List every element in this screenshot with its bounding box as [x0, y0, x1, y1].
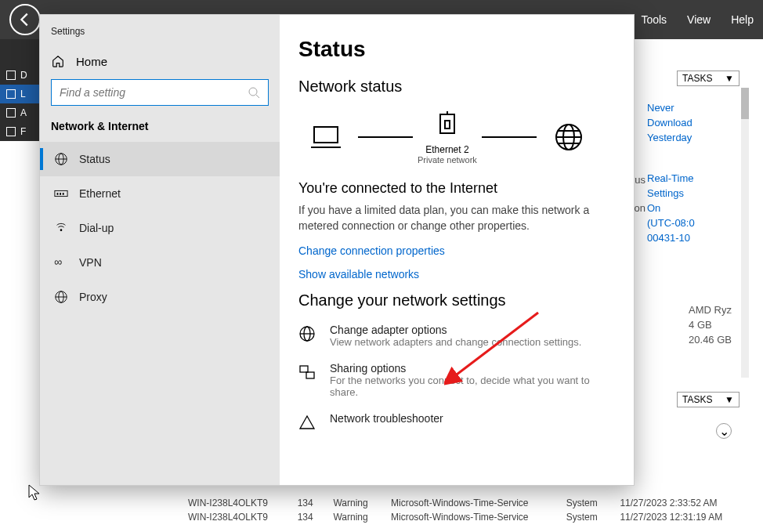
nav-label: Dial-up: [79, 222, 114, 234]
home-button[interactable]: Home: [40, 48, 280, 79]
show-available-networks-link[interactable]: Show available networks: [298, 268, 615, 280]
table-row[interactable]: WIN-I238L4OLKT9134WarningMicrosoft-Windo…: [180, 496, 747, 510]
proxy-icon: [54, 290, 68, 304]
nav-status[interactable]: Status: [40, 142, 280, 176]
setting-title: Network troubleshooter: [330, 412, 443, 425]
nav-label: Proxy: [79, 291, 107, 303]
bg-nav-item[interactable]: A: [0, 103, 41, 122]
svg-rect-8: [57, 193, 59, 195]
table-row[interactable]: WIN-I238L4OLKT9134WarningMicrosoft-Windo…: [180, 510, 747, 524]
sharing-options-item[interactable]: Sharing options For the networks you con…: [298, 362, 615, 398]
bg-hw-info: AMD Ryz 4 GB 20.46 GB: [689, 304, 732, 349]
settings-sidebar: Settings Home Network & Internet Status …: [40, 15, 280, 485]
nav-ethernet[interactable]: Ethernet: [40, 176, 280, 211]
network-diagram: Ethernet 2 Private network: [298, 110, 615, 165]
bg-menu: Tools View Help: [641, 13, 754, 26]
menu-view[interactable]: View: [687, 13, 711, 26]
bg-info-panel-2: Real-Time Settings On (UTC-08:0 00431-10: [647, 172, 749, 247]
tasks-dropdown[interactable]: TASKS▼: [677, 392, 739, 407]
network-troubleshooter-item[interactable]: Network troubleshooter: [298, 412, 615, 434]
svg-rect-10: [63, 193, 64, 195]
connection-status-heading: You're connected to the Internet: [298, 180, 615, 197]
nav-proxy[interactable]: Proxy: [40, 280, 280, 314]
change-network-settings-heading: Change your network settings: [298, 291, 615, 309]
menu-help[interactable]: Help: [731, 13, 754, 26]
svg-rect-28: [300, 366, 308, 372]
network-status-heading: Network status: [298, 78, 615, 96]
settings-window: Settings Home Network & Internet Status …: [39, 14, 635, 486]
nav-dialup[interactable]: Dial-up: [40, 211, 280, 245]
setting-subtitle: For the networks you connect to, decide …: [330, 375, 615, 398]
setting-title: Change adapter options: [330, 324, 581, 336]
bg-nav-item[interactable]: D: [0, 66, 41, 85]
svg-line-3: [256, 95, 259, 98]
tasks-dropdown[interactable]: TASKS▼: [677, 71, 739, 86]
svg-rect-29: [306, 372, 314, 378]
adapter-icon: [431, 110, 464, 139]
settings-content: Status Network status Ethernet 2 Private…: [280, 15, 634, 485]
internet-globe-icon: [552, 122, 585, 152]
vpn-icon: ∞: [54, 255, 68, 270]
search-input-wrap[interactable]: [51, 79, 269, 106]
svg-rect-9: [60, 193, 61, 195]
nav-label: VPN: [79, 256, 102, 269]
dialup-icon: [54, 221, 68, 235]
globe-icon: [298, 325, 316, 342]
nav-vpn[interactable]: ∞ VPN: [40, 245, 280, 280]
adapter-type: Private network: [418, 155, 477, 165]
connection-status-body: If you have a limited data plan, you can…: [298, 203, 615, 233]
search-input[interactable]: [60, 86, 248, 99]
search-icon: [248, 86, 260, 99]
bg-nav-item[interactable]: F: [0, 122, 41, 141]
bg-info-panel-1: Never Download Yesterday: [647, 102, 749, 147]
nav-label: Status: [79, 153, 110, 165]
page-title: Status: [298, 37, 615, 62]
window-title: Settings: [40, 24, 280, 48]
bg-events-table: WIN-I238L4OLKT9134WarningMicrosoft-Windo…: [180, 496, 747, 524]
globe-icon: [54, 152, 68, 166]
chevron-down-icon: ▼: [725, 394, 734, 405]
bg-left-nav: D L A F: [0, 39, 41, 141]
setting-subtitle: View network adapters and change connect…: [330, 336, 581, 348]
computer-icon: [309, 122, 342, 152]
home-icon: [51, 54, 65, 68]
svg-rect-15: [314, 127, 338, 143]
svg-point-11: [60, 229, 63, 231]
bg-nav-item-selected[interactable]: L: [0, 85, 41, 103]
warning-icon: [298, 414, 316, 431]
category-header: Network & Internet: [40, 120, 280, 142]
svg-rect-17: [440, 114, 454, 133]
back-button[interactable]: [9, 4, 41, 35]
chevron-down-icon: ▼: [725, 73, 734, 84]
change-connection-properties-link[interactable]: Change connection properties: [298, 244, 615, 257]
cursor-icon: [28, 484, 41, 505]
change-adapter-options-item[interactable]: Change adapter options View network adap…: [298, 324, 615, 348]
menu-tools[interactable]: Tools: [641, 13, 667, 26]
ethernet-icon: [54, 186, 68, 201]
setting-title: Sharing options: [330, 362, 615, 375]
nav-label: Ethernet: [79, 187, 121, 200]
chevron-down-icon: ⌄: [719, 424, 729, 439]
svg-point-2: [249, 88, 257, 96]
arrow-left-icon: [16, 11, 34, 28]
adapter-name: Ethernet 2: [425, 144, 468, 155]
collapse-button[interactable]: ⌄: [716, 423, 732, 439]
sharing-icon: [298, 364, 316, 381]
svg-rect-18: [445, 121, 450, 128]
home-label: Home: [76, 55, 107, 68]
